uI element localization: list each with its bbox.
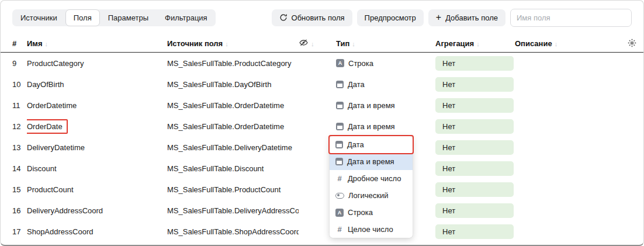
header-aggregation[interactable]: Агрегация↓ [435, 39, 515, 48]
sort-arrow-icon: ↓ [45, 40, 49, 47]
field-aggregation[interactable]: Нет [435, 182, 515, 197]
fields-table: # Имя↓ Источник поля↓ ↓ Тип↓ [1, 35, 643, 242]
field-name[interactable]: DeliveryDatetime [27, 143, 167, 152]
table-row: 16 DeliveryAddressCoord MS_SalesFullTabl… [1, 200, 643, 221]
field-aggregation[interactable]: Нет [435, 77, 515, 92]
header-index: # [12, 39, 27, 48]
preview-button[interactable]: Предпросмотр [357, 9, 424, 26]
field-aggregation[interactable]: Нет [435, 98, 515, 113]
table-row: 11 OrderDatetime MS_SalesFullTable.Order… [1, 95, 643, 116]
table-row: 13 DeliveryDatetime MS_SalesFullTable.De… [1, 137, 643, 158]
refresh-fields-button[interactable]: Обновить поля [272, 9, 352, 26]
tab-bar: Источники Поля Параметры Фильтрация [12, 9, 216, 26]
table-row: 9 ProductCategory MS_SalesFullTable.Prod… [1, 53, 643, 74]
dropdown-item-string[interactable]: A Строка [330, 204, 413, 221]
dropdown-item-datetime[interactable]: Дата и время [330, 153, 413, 170]
string-type-icon: A [335, 209, 344, 217]
date-type-icon [336, 81, 344, 88]
row-index: 13 [12, 143, 27, 152]
header-name[interactable]: Имя↓ [27, 39, 167, 48]
sort-arrow-icon: ↓ [311, 40, 314, 47]
row-index: 12 [12, 122, 27, 131]
field-aggregation[interactable]: Нет [435, 203, 515, 218]
add-field-label: Добавить поле [445, 13, 498, 22]
field-source: MS_SalesFullTable.Discount [167, 164, 299, 173]
sort-arrow-icon: ↓ [555, 40, 558, 47]
field-source: MS_SalesFullTable.DeliveryDatetime [167, 143, 299, 152]
header-source[interactable]: Источник поля↓ [167, 39, 299, 48]
field-name-search-input[interactable] [510, 9, 632, 27]
tab-fields[interactable]: Поля [65, 9, 100, 26]
field-name[interactable]: Discount [27, 164, 167, 173]
date-type-icon [335, 141, 343, 148]
gear-icon[interactable] [628, 39, 636, 49]
table-row: 12 OrderDate MS_SalesFullTable.OrderDate… [1, 116, 643, 137]
preview-label: Предпросмотр [365, 13, 416, 22]
dropdown-item-integer[interactable]: # Целое число [330, 221, 413, 238]
refresh-icon [279, 13, 288, 22]
highlight-box: OrderDate [27, 119, 68, 134]
tab-sources[interactable]: Источники [12, 9, 65, 26]
sort-arrow-icon: ↓ [476, 40, 480, 47]
field-source: MS_SalesFullTable.ProductCategory [167, 59, 299, 68]
row-index: 9 [12, 59, 27, 68]
field-source: MS_SalesFullTable.OrderDatetime [167, 101, 299, 110]
string-type-icon: A [336, 59, 344, 67]
field-type[interactable]: Дата и время [336, 101, 435, 110]
sort-arrow-icon: ↓ [225, 40, 228, 47]
field-aggregation[interactable]: Нет [435, 224, 515, 239]
tab-parameters[interactable]: Параметры [100, 9, 157, 26]
field-name[interactable]: OrderDate [27, 119, 167, 134]
field-source: MS_SalesFullTable.DeliveryAddressCoord [167, 206, 299, 215]
float-type-icon: # [335, 174, 344, 183]
field-aggregation[interactable]: Нет [435, 161, 515, 176]
row-index: 14 [12, 164, 27, 173]
field-source: MS_SalesFullTable.ShopAddressCoord [167, 227, 299, 236]
table-row: 17 ShopAddressCoord MS_SalesFullTable.Sh… [1, 221, 643, 242]
datetime-type-icon [336, 102, 344, 109]
field-name[interactable]: DeliveryAddressCoord [27, 206, 167, 215]
row-index: 10 [12, 80, 27, 89]
field-name[interactable]: ProductCount [27, 185, 167, 194]
field-type[interactable]: A Строка [336, 59, 435, 68]
eye-slash-icon [299, 38, 309, 49]
field-source: MS_SalesFullTable.OrderDatetime [167, 122, 299, 131]
header-description[interactable]: Описание↓ [515, 39, 619, 48]
table-row: 10 DayOfBirth MS_SalesFullTable.DayOfBir… [1, 74, 643, 95]
table-row: 14 Discount MS_SalesFullTable.Discount Н… [1, 158, 643, 179]
field-source: MS_SalesFullTable.ProductCount [167, 185, 299, 194]
boolean-type-icon [335, 193, 344, 199]
field-aggregation[interactable]: Нет [435, 140, 515, 155]
field-source: MS_SalesFullTable.DayOfBirth [167, 80, 299, 89]
header-visibility[interactable]: ↓ [299, 38, 336, 49]
field-name[interactable]: OrderDatetime [27, 101, 167, 110]
dropdown-item-float[interactable]: # Дробное число [330, 170, 413, 187]
datetime-type-icon [335, 158, 343, 165]
field-type[interactable]: Дата и время [336, 122, 435, 131]
type-dropdown: Дата Дата и время # Дробное число Логиче… [330, 136, 413, 238]
field-name[interactable]: ShopAddressCoord [27, 227, 167, 236]
datetime-type-icon [336, 123, 344, 130]
field-name[interactable]: ProductCategory [27, 59, 167, 68]
tab-filtering[interactable]: Фильтрация [157, 9, 216, 26]
add-field-button[interactable]: + Добавить поле [428, 9, 505, 26]
field-name[interactable]: DayOfBirth [27, 80, 167, 89]
row-index: 15 [12, 185, 27, 194]
dropdown-item-boolean[interactable]: Логический [330, 187, 413, 204]
row-index: 11 [12, 101, 27, 110]
field-aggregation[interactable]: Нет [435, 119, 515, 134]
header-type[interactable]: Тип↓ [336, 39, 435, 48]
field-aggregation[interactable]: Нет [435, 56, 515, 71]
row-index: 16 [12, 206, 27, 215]
toolbar: Источники Поля Параметры Фильтрация Обно… [1, 1, 643, 26]
table-row: 15 ProductCount MS_SalesFullTable.Produc… [1, 179, 643, 200]
dropdown-item-date[interactable]: Дата [330, 136, 413, 153]
header-settings [619, 39, 636, 49]
field-type[interactable]: Дата [336, 80, 435, 89]
table-header-row: # Имя↓ Источник поля↓ ↓ Тип↓ [1, 35, 643, 53]
sort-arrow-icon: ↓ [352, 40, 355, 47]
plus-icon: + [436, 15, 441, 20]
integer-type-icon: # [335, 225, 344, 234]
toolbar-actions: Обновить поля Предпросмотр + Добавить по… [272, 9, 632, 27]
dataset-fields-panel: Источники Поля Параметры Фильтрация Обно… [0, 0, 644, 246]
